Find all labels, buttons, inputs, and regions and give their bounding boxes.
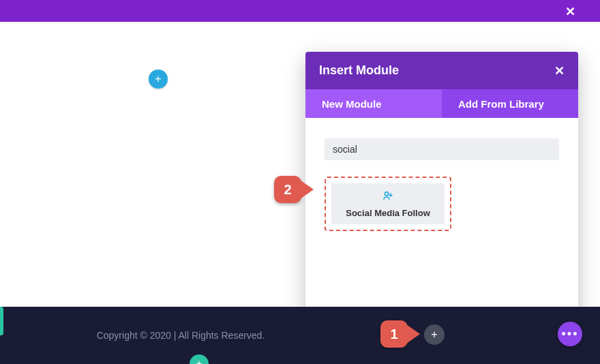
tab-add-from-library[interactable]: Add From Library <box>442 89 578 118</box>
add-module-button[interactable]: + <box>149 70 168 89</box>
module-label: Social Media Follow <box>346 208 430 218</box>
close-icon[interactable]: ✕ <box>554 63 565 78</box>
modal-title: Insert Module <box>319 63 399 78</box>
plus-icon: + <box>155 73 161 85</box>
tab-new-module[interactable]: New Module <box>305 89 442 118</box>
plus-icon: + <box>196 358 202 364</box>
svg-point-0 <box>385 192 388 195</box>
module-highlight: Social Media Follow <box>325 177 451 231</box>
person-follow-icon <box>382 190 393 204</box>
close-icon[interactable]: ✕ <box>565 4 575 19</box>
tab-label: New Module <box>322 98 382 110</box>
builder-settings-fab[interactable]: ••• <box>558 322 582 346</box>
footer-copyright: Copyright © 2020 | All Rights Reserved. <box>0 330 361 341</box>
add-module-button-footer[interactable]: + <box>424 324 445 345</box>
tab-label: Add From Library <box>458 98 544 110</box>
module-grid: Social Media Follow <box>325 177 559 231</box>
callout-arrow-icon <box>300 180 314 199</box>
builder-top-bar: ✕ <box>0 0 600 22</box>
search-input[interactable] <box>325 138 559 160</box>
callout-number: 1 <box>380 320 408 348</box>
modal-tabs: New Module Add From Library <box>305 89 578 118</box>
modal-body: Social Media Follow <box>305 118 578 245</box>
annotation-callout-1: 1 <box>380 320 420 348</box>
insert-module-modal: Insert Module ✕ New Module Add From Libr… <box>305 52 578 319</box>
plus-icon: + <box>431 329 437 341</box>
callout-number: 2 <box>274 176 301 203</box>
callout-arrow-icon <box>406 324 420 344</box>
modal-header: Insert Module ✕ <box>305 52 578 89</box>
annotation-callout-2: 2 <box>274 176 314 203</box>
ellipsis-icon: ••• <box>562 327 579 342</box>
module-social-media-follow[interactable]: Social Media Follow <box>331 183 445 224</box>
